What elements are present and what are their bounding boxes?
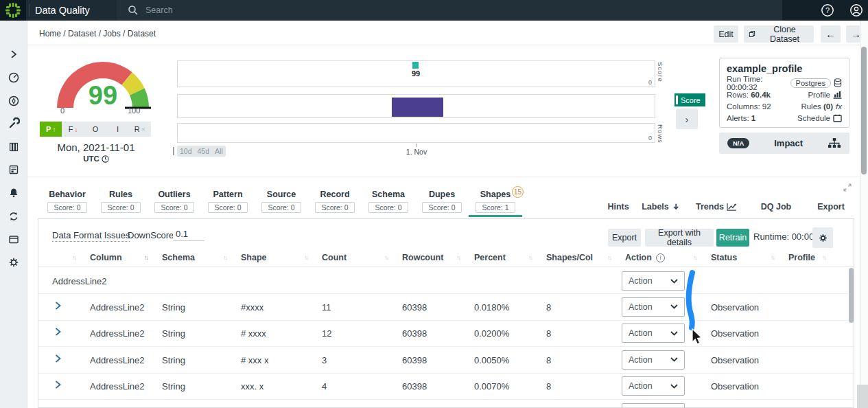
run-date[interactable]: Mon, 2021-11-01	[27, 141, 165, 153]
table-row[interactable]: AddressLine2Stringxxx. x4603980.0070%8Ac…	[38, 374, 854, 400]
sort-icon[interactable]: ↑↓	[456, 254, 460, 261]
score-marker[interactable]	[412, 62, 419, 69]
expand-row-icon[interactable]	[54, 327, 62, 339]
pillar-tab-i[interactable]: I	[106, 122, 128, 137]
breadcrumb[interactable]: Home / Dataset / Jobs / Dataset	[39, 29, 156, 38]
profile-link-postgres[interactable]: Postgres	[790, 78, 842, 88]
tools-icon[interactable]	[8, 117, 20, 130]
expand-panel-icon[interactable]	[843, 183, 852, 192]
column-header-shapes-col[interactable]: Shapes/Col	[546, 253, 593, 262]
score-strip[interactable]: 99 0	[177, 60, 655, 87]
next-series-button[interactable]: ›	[676, 109, 698, 129]
action-select[interactable]: Action	[622, 376, 685, 396]
pillar-tab-f[interactable]: F↓	[62, 122, 84, 137]
table-row[interactable]: AddressLine2String# xxx x3603980.0050%8A…	[38, 347, 854, 374]
action-select[interactable]: Action	[622, 324, 685, 343]
alerts-icon[interactable]	[8, 187, 20, 199]
range-button-45d[interactable]: 45d	[198, 147, 210, 155]
sort-icon[interactable]: ↑↓	[607, 254, 611, 261]
edit-button[interactable]: Edit	[714, 25, 738, 43]
table-row[interactable]: AddressLine2String# xxxx12603980.0200%8A…	[38, 321, 854, 348]
reports-icon[interactable]	[8, 163, 20, 176]
back-button[interactable]: ←	[821, 25, 841, 43]
menu-item-export[interactable]: Export	[817, 202, 845, 212]
timeline-bar[interactable]	[392, 98, 443, 117]
sort-icon[interactable]: ↑↓	[693, 254, 696, 261]
range-button-all[interactable]: All	[215, 147, 223, 155]
page-scrollbar-thumb[interactable]	[861, 47, 867, 174]
action-select[interactable]: Action	[622, 403, 685, 408]
expand-row-icon[interactable]	[54, 354, 62, 366]
nav-strip[interactable]	[177, 94, 655, 118]
clone-dataset-button[interactable]: Clone Dataset	[744, 25, 814, 43]
help-icon[interactable]: ?	[821, 3, 834, 17]
rows-strip[interactable]: 0	[177, 123, 655, 143]
column-header-rowcount[interactable]: Rowcount	[402, 253, 443, 262]
table-row[interactable]: AddressLine2String#xxxx11603980.0180%8Ac…	[38, 294, 854, 321]
menu-item-trends[interactable]: Trends	[696, 202, 737, 212]
catalog-icon[interactable]	[8, 141, 20, 153]
tab-outliers[interactable]: OutliersScore: 0	[148, 190, 201, 217]
action-select[interactable]: Action	[622, 297, 685, 317]
column-header-shape[interactable]: Shape	[241, 253, 267, 262]
impact-bar[interactable]: N/A Impact	[719, 133, 849, 154]
dashboard-icon[interactable]	[8, 71, 20, 84]
sort-icon[interactable]: ↑↓	[144, 254, 148, 261]
profile-link-rules-[interactable]: Rules (0)fx	[801, 102, 842, 111]
action-select[interactable]: Action	[622, 271, 685, 291]
pillar-tab-p[interactable]: P↑	[40, 122, 62, 137]
tab-schema[interactable]: SchemaScore: 0	[362, 190, 415, 217]
table-scrollbar-thumb[interactable]	[849, 268, 854, 323]
expand-row-icon[interactable]	[54, 380, 62, 392]
profile-link-profile[interactable]: Profile	[808, 91, 842, 99]
profile-link-schedule[interactable]: Schedule	[797, 114, 842, 122]
tab-shapes[interactable]: ShapesScore: 115	[469, 190, 522, 217]
export-with-details-button[interactable]: Export with details	[645, 229, 714, 247]
table-title[interactable]: Data Format Issues	[52, 230, 130, 242]
column-header-action[interactable]: Actioni	[625, 253, 665, 262]
table-settings-button[interactable]	[812, 227, 833, 248]
downscore-input[interactable]	[173, 227, 204, 241]
sort-icon[interactable]: ↑↓	[223, 254, 226, 261]
column-header-schema[interactable]: Schema	[162, 253, 195, 262]
menu-item-labels[interactable]: Labels	[642, 202, 680, 212]
timezone[interactable]: UTC	[27, 155, 165, 163]
column-header-percent[interactable]: Percent	[474, 253, 506, 262]
jobs-icon[interactable]	[8, 210, 20, 223]
range-slider-handle[interactable]	[173, 147, 174, 155]
expand-sidebar-icon[interactable]	[8, 48, 20, 60]
user-profile-icon[interactable]	[849, 3, 863, 17]
sort-icon[interactable]: ↑↓	[384, 254, 388, 261]
tab-behavior[interactable]: BehaviorScore: 0	[40, 190, 94, 217]
global-search[interactable]	[117, 0, 782, 21]
tab-rules[interactable]: RulesScore: 0	[94, 190, 148, 217]
info-icon[interactable]: i	[656, 253, 665, 262]
pillar-tab-o[interactable]: O	[84, 122, 106, 137]
tab-record[interactable]: RecordScore: 0	[308, 190, 362, 217]
column-header-profile[interactable]: Profile	[788, 253, 815, 262]
sort-icon[interactable]: ↑↓	[771, 254, 774, 261]
sort-icon[interactable]: ↑↓	[528, 254, 532, 261]
datasets-icon[interactable]	[8, 233, 20, 245]
tab-dupes[interactable]: DupesScore: 0	[415, 190, 469, 217]
column-header-count[interactable]: Count	[322, 253, 347, 262]
retrain-button[interactable]: Retrain	[716, 229, 749, 247]
tab-pattern[interactable]: PatternScore: 0	[201, 190, 255, 217]
menu-item-hints[interactable]: Hints	[607, 202, 629, 212]
explorer-icon[interactable]	[8, 95, 20, 107]
action-select[interactable]: Action	[622, 350, 685, 370]
sort-icon[interactable]: ↑↓	[304, 254, 307, 261]
pillar-tab-r[interactable]: R×	[129, 122, 151, 137]
search-input[interactable]	[144, 5, 556, 16]
range-button-10d[interactable]: 10d	[180, 147, 192, 155]
column-header-column[interactable]: Column	[90, 253, 122, 262]
app-logo[interactable]	[0, 0, 26, 21]
sort-icon[interactable]: ↑↓	[822, 254, 825, 261]
column-header-status[interactable]: Status	[711, 253, 737, 262]
table-row[interactable]: AddressLine2Stringx. x2603980.0030%8Acti…	[38, 400, 854, 408]
tab-source[interactable]: SourceScore: 0	[255, 190, 308, 217]
menu-item-dq-job[interactable]: DQ Job	[761, 202, 791, 212]
score-series-button[interactable]: Score	[675, 93, 705, 106]
sort-icon[interactable]: ↑↓	[72, 254, 75, 261]
settings-icon[interactable]	[8, 256, 20, 269]
